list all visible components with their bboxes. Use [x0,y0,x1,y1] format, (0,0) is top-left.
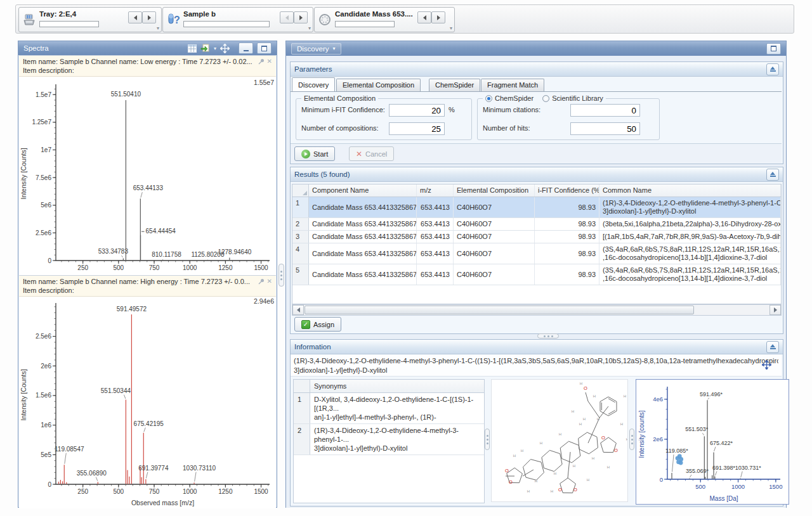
info-splitter[interactable] [485,379,490,502]
cell-component: Candidate Mass 653.441332586718 [309,197,417,217]
pin-icon[interactable] [258,277,265,286]
parameters-collapse-button[interactable] [766,63,779,75]
table-row[interactable]: 1 Candidate Mass 653.441332586718 653.44… [292,197,781,218]
cell-ifit: 98.93 [535,197,599,217]
num-hits-input[interactable] [570,122,640,135]
scroll-right-button[interactable] [769,305,781,315]
discovery-restore-button[interactable] [766,43,781,55]
tray-next-button[interactable] [142,11,156,23]
discovery-menu-button[interactable]: Discovery ▾ [291,43,341,55]
candidate-navigator[interactable]: Candidate Mass 653.... ▾ [314,7,455,32]
cell-composition: C40H60O7 [454,243,535,264]
pin-icon[interactable] [258,57,265,66]
svg-text:H: H [540,441,542,445]
high-energy-spectrum-plot[interactable]: 25050075010001250150005e51e61.5e62e62.5e… [19,297,276,508]
panel-splitter[interactable] [278,41,285,508]
col-component-name[interactable]: Component Name [309,184,417,197]
tab-chemspider[interactable]: ChemSpider [429,79,480,91]
tray-prev-button[interactable] [128,11,142,23]
svg-text:Intensity [counts]: Intensity [counts] [638,410,645,458]
tab-fragment-match[interactable]: Fragment Match [481,79,544,91]
svg-text:750: 750 [149,264,160,271]
assign-check-icon: ✓ [301,320,310,329]
col-common-name[interactable]: Common Name [599,184,781,197]
close-icon[interactable]: ✕ [267,57,272,66]
row-number: 3 [292,231,309,243]
svg-text:5e5: 5e5 [41,451,51,458]
low-energy-spectrum-plot[interactable]: 25050075010001250150002.5e65e67.5e61e71.… [19,77,276,274]
svg-text:500: 500 [114,488,124,495]
scroll-left-button[interactable] [292,305,304,315]
list-item[interactable]: 2 (1R)-3,4-Dideoxy-1,2-O-ethylidene-4-me… [294,424,484,455]
information-spectrum-box: 5001000150002e64e6Mass [Da]Intensity [co… [636,379,789,505]
info-splitter[interactable] [629,379,634,502]
low-energy-item-name: Item name: Sample b Channel name: Low en… [23,57,256,66]
svg-text:O: O [509,479,513,485]
table-row[interactable]: 5 Candidate Mass 653.441332586718 653.44… [292,264,781,285]
low-energy-item-description: Item description: [23,66,272,75]
tray-dropdown-caret[interactable]: ▾ [157,25,159,31]
sample-dropdown-caret[interactable]: ▾ [308,25,311,31]
tray-navigator[interactable]: Tray: 2:E,4 ▾ [18,7,162,32]
sample-navigator[interactable]: ? Sample b ▾ [162,7,313,32]
min-ifit-input[interactable] [389,104,445,117]
col-synonyms[interactable]: Synonyms [310,380,484,392]
list-item[interactable]: 1 D-Xylitol, 3,4-dideoxy-1,2-O-ethyliden… [294,393,484,424]
tab-elemental-composition[interactable]: Elemental Composition [336,79,421,91]
col-mz[interactable]: m/z [417,184,454,197]
svg-text:?: ? [174,15,180,25]
min-citations-input[interactable] [570,104,640,117]
synonyms-header-row: Synonyms [294,380,484,393]
results-header-row: Component Name m/z Elemental Composition… [292,184,781,197]
candidate-dropdown-caret[interactable]: ▾ [450,25,452,31]
svg-text:1e7: 1e7 [41,146,51,153]
start-icon [301,150,310,158]
close-icon[interactable]: ✕ [267,277,272,286]
sample-prev-button[interactable] [280,11,294,23]
high-energy-chart-card: Item name: Sample b Channel name: High e… [19,275,276,508]
table-row[interactable]: 2 Candidate Mass 653.441332586718 653.44… [292,218,781,231]
table-row[interactable]: 3 Candidate Mass 653.441332586718 653.44… [292,231,781,243]
pan-move-icon[interactable] [220,44,230,53]
candidate-prev-button[interactable] [417,11,431,23]
export-icon[interactable] [200,44,210,53]
percent-label: % [449,106,455,113]
molecule-structure[interactable]: OOOOOOOHHHHHHHHHHHHHHHHHHHHH [491,379,628,502]
spectra-restore-button[interactable] [257,42,272,54]
export-dropdown-caret[interactable]: ▾ [214,46,216,51]
cancel-button[interactable]: ✕Cancel [349,146,394,161]
select-all-corner[interactable] [292,184,309,197]
results-horizontal-scrollbar[interactable] [292,304,782,316]
assign-button[interactable]: ✓ Assign [294,317,341,332]
tab-discovery[interactable]: Discovery [292,77,335,91]
candidate-progress [335,21,395,27]
svg-text:1.5e7: 1.5e7 [36,91,51,98]
table-row[interactable]: 4 Candidate Mass 653.441332586718 653.44… [292,243,781,264]
num-compositions-input[interactable] [389,122,445,135]
cell-composition: C40H60O7 [454,218,535,230]
results-collapse-button[interactable] [766,169,779,181]
candidate-next-button[interactable] [431,11,445,23]
table-view-icon[interactable] [188,44,197,53]
sample-next-button[interactable] [294,11,308,23]
svg-text:119.08547: 119.08547 [55,446,84,453]
svg-text:551.50410: 551.50410 [111,91,141,98]
row-number: 1 [294,393,310,423]
col-ifit-confidence[interactable]: i-FIT Confidence (%) [535,184,599,197]
information-spectrum-plot[interactable]: 5001000150002e64e6Mass [Da]Intensity [co… [637,380,788,503]
svg-text:750: 750 [149,488,160,495]
scrollbar-thumb[interactable] [304,306,694,314]
information-collapse-button[interactable] [766,341,779,353]
spectra-minimize-button[interactable] [239,42,253,54]
cell-component: Candidate Mass 653.441332586718 [309,243,417,264]
section-splitter[interactable] [286,333,778,339]
svg-text:H: H [593,394,596,398]
compound-name: (1R)-3,4-Dideoxy-1,2-O-ethylidene-4-meth… [291,355,782,377]
cell-common-name: (3S,4aR,6aR,6bS,7S,8aR,11R,12S,12aR,14R,… [599,243,781,264]
col-elemental-composition[interactable]: Elemental Composition [454,184,535,197]
cell-common-name: (3beta,5xi,16alpha,21beta,22alpha)-3,16-… [599,218,781,230]
chemspider-radio[interactable]: ChemSpider [485,94,534,102]
start-button[interactable]: Start [294,146,335,161]
parameters-header: Parameters [291,62,783,77]
scientific-library-radio[interactable]: Scientific Library [542,94,603,102]
